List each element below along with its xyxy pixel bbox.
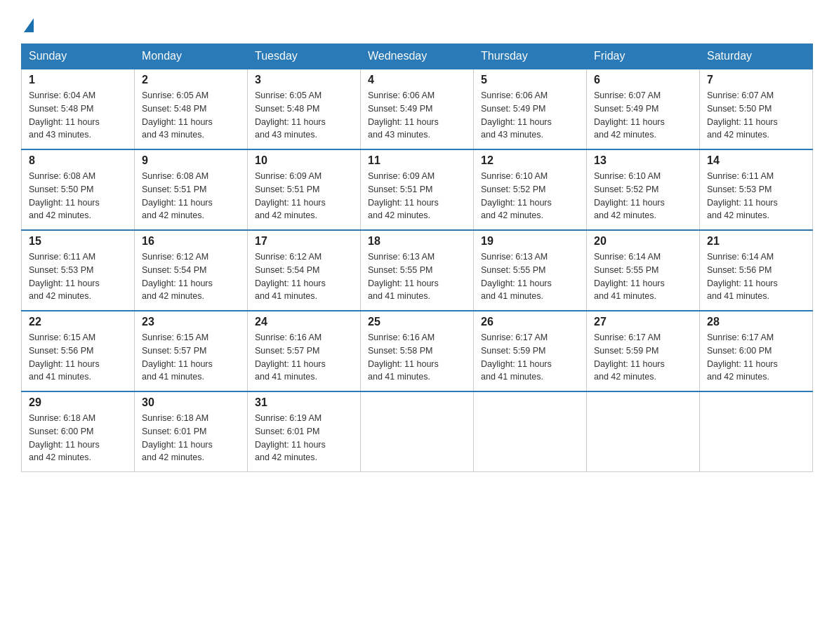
calendar-week-1: 1 Sunrise: 6:04 AMSunset: 5:48 PMDayligh… [22,69,813,149]
day-number: 4 [368,74,466,86]
calendar-cell [361,391,474,472]
day-info: Sunrise: 6:17 AMSunset: 5:59 PMDaylight:… [594,331,692,384]
day-number: 5 [481,74,579,86]
day-number: 2 [142,74,240,86]
calendar-cell: 5 Sunrise: 6:06 AMSunset: 5:49 PMDayligh… [474,69,587,149]
weekday-header-tuesday: Tuesday [248,44,361,69]
calendar-cell: 24 Sunrise: 6:16 AMSunset: 5:57 PMDaylig… [248,311,361,391]
day-number: 22 [29,316,127,328]
day-info: Sunrise: 6:19 AMSunset: 6:01 PMDaylight:… [255,412,353,464]
calendar-week-4: 22 Sunrise: 6:15 AMSunset: 5:56 PMDaylig… [22,311,813,391]
day-info: Sunrise: 6:05 AMSunset: 5:48 PMDaylight:… [142,89,240,142]
day-number: 15 [29,235,127,248]
calendar-cell: 9 Sunrise: 6:08 AMSunset: 5:51 PMDayligh… [135,149,248,230]
calendar-cell: 29 Sunrise: 6:18 AMSunset: 6:00 PMDaylig… [22,391,135,472]
day-number: 29 [29,396,127,409]
day-number: 17 [255,235,353,248]
day-info: Sunrise: 6:16 AMSunset: 5:57 PMDaylight:… [255,331,353,384]
day-info: Sunrise: 6:06 AMSunset: 5:49 PMDaylight:… [368,89,466,142]
day-info: Sunrise: 6:11 AMSunset: 5:53 PMDaylight:… [707,170,805,222]
calendar-cell: 13 Sunrise: 6:10 AMSunset: 5:52 PMDaylig… [587,149,700,230]
day-info: Sunrise: 6:18 AMSunset: 6:01 PMDaylight:… [142,412,240,464]
day-info: Sunrise: 6:12 AMSunset: 5:54 PMDaylight:… [142,250,240,303]
day-number: 13 [594,154,692,167]
calendar-week-2: 8 Sunrise: 6:08 AMSunset: 5:50 PMDayligh… [22,149,813,230]
calendar-cell: 30 Sunrise: 6:18 AMSunset: 6:01 PMDaylig… [135,391,248,472]
day-info: Sunrise: 6:08 AMSunset: 5:51 PMDaylight:… [142,170,240,222]
day-info: Sunrise: 6:13 AMSunset: 5:55 PMDaylight:… [481,250,579,303]
calendar-week-5: 29 Sunrise: 6:18 AMSunset: 6:00 PMDaylig… [22,391,813,472]
day-number: 27 [594,316,692,328]
day-info: Sunrise: 6:14 AMSunset: 5:55 PMDaylight:… [594,250,692,303]
day-number: 14 [707,154,805,167]
day-info: Sunrise: 6:13 AMSunset: 5:55 PMDaylight:… [368,250,466,303]
calendar-cell [474,391,587,472]
calendar-cell [587,391,700,472]
weekday-header-saturday: Saturday [700,44,813,69]
calendar-cell: 10 Sunrise: 6:09 AMSunset: 5:51 PMDaylig… [248,149,361,230]
calendar-cell: 26 Sunrise: 6:17 AMSunset: 5:59 PMDaylig… [474,311,587,391]
day-number: 6 [594,74,692,86]
day-number: 25 [368,316,466,328]
weekday-header-wednesday: Wednesday [361,44,474,69]
day-info: Sunrise: 6:18 AMSunset: 6:00 PMDaylight:… [29,412,127,464]
calendar-cell: 27 Sunrise: 6:17 AMSunset: 5:59 PMDaylig… [587,311,700,391]
day-number: 12 [481,154,579,167]
day-info: Sunrise: 6:07 AMSunset: 5:50 PMDaylight:… [707,89,805,142]
weekday-header-friday: Friday [587,44,700,69]
day-info: Sunrise: 6:10 AMSunset: 5:52 PMDaylight:… [594,170,692,222]
day-number: 8 [29,154,127,167]
calendar-week-3: 15 Sunrise: 6:11 AMSunset: 5:53 PMDaylig… [22,230,813,311]
weekday-header-sunday: Sunday [22,44,135,69]
day-info: Sunrise: 6:15 AMSunset: 5:57 PMDaylight:… [142,331,240,384]
calendar-cell: 8 Sunrise: 6:08 AMSunset: 5:50 PMDayligh… [22,149,135,230]
day-number: 23 [142,316,240,328]
calendar-cell: 4 Sunrise: 6:06 AMSunset: 5:49 PMDayligh… [361,69,474,149]
day-info: Sunrise: 6:12 AMSunset: 5:54 PMDaylight:… [255,250,353,303]
calendar-cell: 20 Sunrise: 6:14 AMSunset: 5:55 PMDaylig… [587,230,700,311]
calendar-cell [700,391,813,472]
logo-triangle-icon [24,18,34,32]
day-number: 24 [255,316,353,328]
calendar-cell: 2 Sunrise: 6:05 AMSunset: 5:48 PMDayligh… [135,69,248,149]
day-number: 3 [255,74,353,86]
calendar-cell: 3 Sunrise: 6:05 AMSunset: 5:48 PMDayligh… [248,69,361,149]
calendar-cell: 19 Sunrise: 6:13 AMSunset: 5:55 PMDaylig… [474,230,587,311]
day-number: 28 [707,316,805,328]
day-info: Sunrise: 6:08 AMSunset: 5:50 PMDaylight:… [29,170,127,222]
logo [21,14,34,29]
day-number: 30 [142,396,240,409]
day-number: 1 [29,74,127,86]
day-info: Sunrise: 6:17 AMSunset: 6:00 PMDaylight:… [707,331,805,384]
day-info: Sunrise: 6:10 AMSunset: 5:52 PMDaylight:… [481,170,579,222]
day-info: Sunrise: 6:11 AMSunset: 5:53 PMDaylight:… [29,250,127,303]
calendar-cell: 31 Sunrise: 6:19 AMSunset: 6:01 PMDaylig… [248,391,361,472]
calendar-cell: 1 Sunrise: 6:04 AMSunset: 5:48 PMDayligh… [22,69,135,149]
day-number: 21 [707,235,805,248]
calendar-cell: 25 Sunrise: 6:16 AMSunset: 5:58 PMDaylig… [361,311,474,391]
day-info: Sunrise: 6:15 AMSunset: 5:56 PMDaylight:… [29,331,127,384]
calendar-cell: 18 Sunrise: 6:13 AMSunset: 5:55 PMDaylig… [361,230,474,311]
day-number: 31 [255,396,353,409]
calendar-cell: 22 Sunrise: 6:15 AMSunset: 5:56 PMDaylig… [22,311,135,391]
calendar-cell: 21 Sunrise: 6:14 AMSunset: 5:56 PMDaylig… [700,230,813,311]
day-number: 20 [594,235,692,248]
day-info: Sunrise: 6:05 AMSunset: 5:48 PMDaylight:… [255,89,353,142]
day-number: 10 [255,154,353,167]
calendar-cell: 23 Sunrise: 6:15 AMSunset: 5:57 PMDaylig… [135,311,248,391]
day-number: 26 [481,316,579,328]
day-info: Sunrise: 6:04 AMSunset: 5:48 PMDaylight:… [29,89,127,142]
weekday-header-monday: Monday [135,44,248,69]
day-info: Sunrise: 6:16 AMSunset: 5:58 PMDaylight:… [368,331,466,384]
day-info: Sunrise: 6:09 AMSunset: 5:51 PMDaylight:… [255,170,353,222]
day-number: 9 [142,154,240,167]
day-info: Sunrise: 6:17 AMSunset: 5:59 PMDaylight:… [481,331,579,384]
calendar-cell: 15 Sunrise: 6:11 AMSunset: 5:53 PMDaylig… [22,230,135,311]
calendar-table: SundayMondayTuesdayWednesdayThursdayFrid… [21,43,813,472]
weekday-header-thursday: Thursday [474,44,587,69]
day-info: Sunrise: 6:06 AMSunset: 5:49 PMDaylight:… [481,89,579,142]
day-number: 18 [368,235,466,248]
page-header [21,14,813,29]
calendar-cell: 11 Sunrise: 6:09 AMSunset: 5:51 PMDaylig… [361,149,474,230]
day-number: 11 [368,154,466,167]
